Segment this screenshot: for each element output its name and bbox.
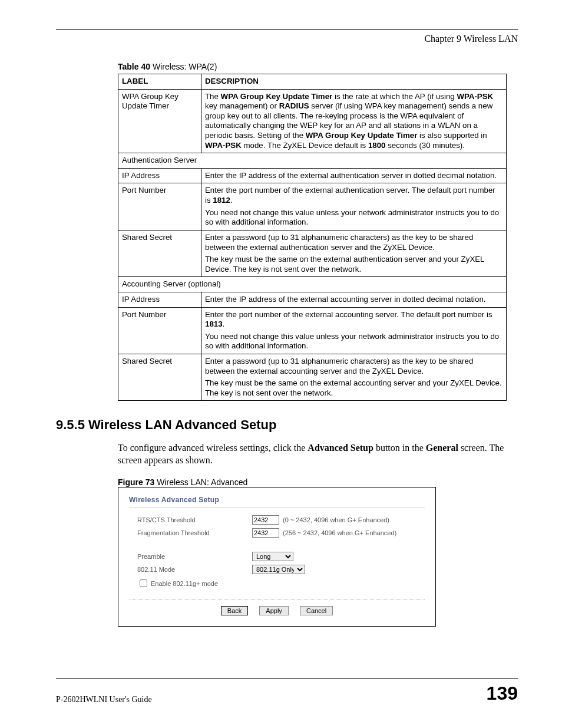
spacer	[129, 541, 425, 552]
frag-label: Fragmentation Threshold	[137, 529, 252, 536]
cell-full: Authentication Server	[118, 153, 507, 169]
cell-desc: Enter the port number of the external ac…	[201, 307, 507, 354]
table-40-caption: Table 40 Wireless: WPA(2)	[118, 62, 518, 71]
frag-hint: (256 ~ 2432, 4096 when G+ Enhanced)	[283, 529, 396, 536]
frag-row: Fragmentation Threshold (256 ~ 2432, 409…	[129, 528, 425, 538]
figure-73-caption-rest: Wireless LAN: Advanced	[154, 477, 247, 487]
footer: P-2602HWLNI User's Guide 139	[56, 678, 518, 704]
table-row: Shared Secret Enter a password (up to 31…	[118, 354, 507, 401]
table-header-row: LABEL DESCRIPTION	[118, 74, 507, 90]
table-row: IP Address Enter the IP address of the e…	[118, 292, 507, 307]
cell-label: WPA Group Key Update Timer	[118, 89, 201, 153]
table-row-heading: Accounting Server (optional)	[118, 277, 507, 292]
table-row: Port Number Enter the port number of the…	[118, 183, 507, 230]
cell-desc: Enter a password (up to 31 alphanumeric …	[201, 230, 507, 276]
cell-desc: Enter a password (up to 31 alphanumeric …	[201, 354, 507, 401]
mode-row: 802.11 Mode 802.11g Only	[129, 565, 425, 574]
cell-label: IP Address	[118, 168, 201, 183]
cell-full: Accounting Server (optional)	[118, 277, 507, 292]
cell-label: Shared Secret	[118, 354, 201, 401]
divider	[129, 508, 425, 508]
col-description: DESCRIPTION	[201, 74, 507, 90]
cell-label: Port Number	[118, 307, 201, 354]
button-bar: Back Apply Cancel	[129, 599, 425, 615]
table-row-heading: Authentication Server	[118, 153, 507, 169]
enable-gplus-checkbox[interactable]	[140, 579, 147, 587]
rts-row: RTS/CTS Threshold (0 ~ 2432, 4096 when G…	[129, 515, 425, 525]
header-rule	[56, 29, 518, 30]
footer-rule	[56, 678, 518, 679]
preamble-row: Preamble Long	[129, 552, 425, 561]
apply-button[interactable]: Apply	[259, 606, 289, 615]
figure-73-caption-bold: Figure 73	[118, 477, 154, 487]
col-label: LABEL	[118, 74, 201, 90]
figure-73-box: Wireless Advanced Setup RTS/CTS Threshol…	[118, 487, 436, 627]
mode-select[interactable]: 802.11g Only	[252, 565, 305, 574]
table-row: Shared Secret Enter a password (up to 31…	[118, 230, 507, 276]
back-button[interactable]: Back	[221, 606, 248, 615]
cell-label: Shared Secret	[118, 230, 201, 276]
table-40-caption-rest: Wireless: WPA(2)	[150, 62, 217, 71]
enable-gplus-row: Enable 802.11g+ mode	[129, 578, 425, 589]
cancel-button[interactable]: Cancel	[300, 606, 333, 615]
cell-label: Port Number	[118, 183, 201, 230]
section-paragraph: To configure advanced wireless settings,…	[118, 442, 507, 467]
chapter-title: Chapter 9 Wireless LAN	[56, 34, 518, 44]
table-row: Port Number Enter the port number of the…	[118, 307, 507, 354]
table-row: WPA Group Key Update Timer The WPA Group…	[118, 89, 507, 153]
table-40: LABEL DESCRIPTION WPA Group Key Update T…	[118, 74, 507, 401]
cell-desc: Enter the IP address of the external aut…	[201, 168, 507, 183]
cell-desc: Enter the port number of the external au…	[201, 183, 507, 230]
preamble-select[interactable]: Long	[252, 552, 293, 561]
table-row: IP Address Enter the IP address of the e…	[118, 168, 507, 183]
cell-label: IP Address	[118, 292, 201, 307]
page-number: 139	[487, 683, 518, 704]
frag-input[interactable]	[252, 528, 279, 538]
section-heading-955: 9.5.5 Wireless LAN Advanced Setup	[56, 417, 518, 433]
footer-guide-name: P-2602HWLNI User's Guide	[56, 695, 152, 704]
cell-desc: Enter the IP address of the external acc…	[201, 292, 507, 307]
rts-hint: (0 ~ 2432, 4096 when G+ Enhanced)	[283, 516, 389, 523]
enable-gplus-label: Enable 802.11g+ mode	[151, 580, 218, 587]
table-40-caption-bold: Table 40	[118, 62, 150, 71]
figure-73-caption: Figure 73 Wireless LAN: Advanced	[118, 477, 518, 487]
rts-input[interactable]	[252, 515, 279, 525]
wireless-advanced-title: Wireless Advanced Setup	[129, 496, 425, 504]
cell-desc: The WPA Group Key Update Timer is the ra…	[201, 89, 507, 153]
mode-label: 802.11 Mode	[137, 566, 252, 573]
page: Chapter 9 Wireless LAN Table 40 Wireless…	[0, 0, 562, 728]
rts-label: RTS/CTS Threshold	[137, 516, 252, 523]
preamble-label: Preamble	[137, 553, 252, 560]
